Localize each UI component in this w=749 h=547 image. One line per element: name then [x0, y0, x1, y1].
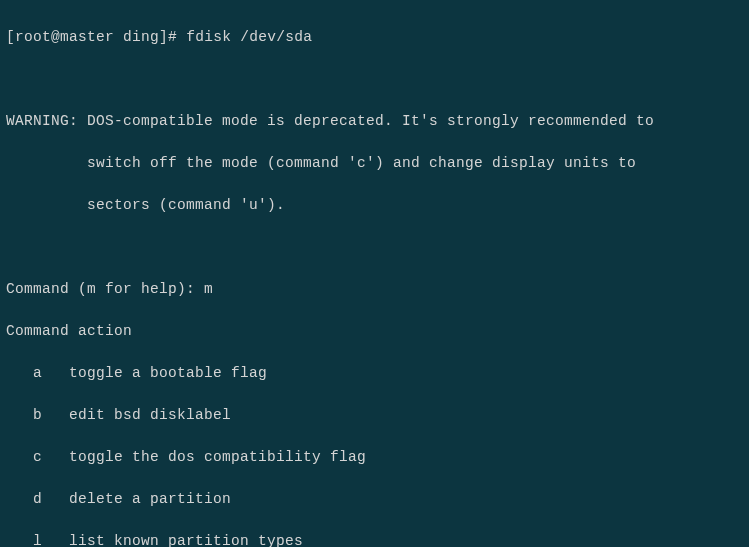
- command-action-header: Command action: [6, 321, 743, 342]
- blank-line: [6, 69, 743, 90]
- warning-text-3: sectors (command 'u').: [87, 197, 285, 213]
- warning-text-1: DOS-compatible mode is deprecated. It's …: [87, 113, 654, 129]
- bracket-close: ]: [159, 29, 168, 45]
- space: [177, 29, 186, 45]
- sep: [42, 491, 69, 507]
- command-prompt-label: Command (m for help):: [6, 281, 195, 297]
- prompt-symbol: #: [168, 29, 177, 45]
- command-prompt-input: m: [204, 281, 213, 297]
- bracket-open: [: [6, 29, 15, 45]
- indent: [6, 365, 33, 381]
- warning-text-2: switch off the mode (command 'c') and ch…: [87, 155, 636, 171]
- host: master: [60, 29, 114, 45]
- indent: [6, 491, 33, 507]
- entered-command: fdisk /dev/sda: [186, 29, 312, 45]
- action-key: a: [33, 365, 42, 381]
- action-desc: list known partition types: [69, 533, 303, 547]
- warning-line-2: switch off the mode (command 'c') and ch…: [6, 153, 743, 174]
- action-key: l: [33, 533, 42, 547]
- space: [195, 281, 204, 297]
- action-desc: toggle the dos compatibility flag: [69, 449, 366, 465]
- indent: [6, 533, 33, 547]
- cwd: ding: [123, 29, 159, 45]
- terminal-output: [root@master ding]# fdisk /dev/sda WARNI…: [6, 6, 743, 547]
- user: root: [15, 29, 51, 45]
- indent: [6, 197, 87, 213]
- action-row: l list known partition types: [6, 531, 743, 547]
- action-desc: toggle a bootable flag: [69, 365, 267, 381]
- action-desc: delete a partition: [69, 491, 231, 507]
- warning-prefix: WARNING:: [6, 113, 78, 129]
- action-row: d delete a partition: [6, 489, 743, 510]
- action-key: d: [33, 491, 42, 507]
- action-key: b: [33, 407, 42, 423]
- warning-line-3: sectors (command 'u').: [6, 195, 743, 216]
- shell-prompt-line[interactable]: [root@master ding]# fdisk /dev/sda: [6, 27, 743, 48]
- indent: [6, 449, 33, 465]
- blank-line: [6, 237, 743, 258]
- space: [78, 113, 87, 129]
- indent: [6, 155, 87, 171]
- action-row: b edit bsd disklabel: [6, 405, 743, 426]
- indent: [6, 407, 33, 423]
- action-desc: edit bsd disklabel: [69, 407, 231, 423]
- action-key: c: [33, 449, 42, 465]
- at-symbol: @: [51, 29, 60, 45]
- warning-line-1: WARNING: DOS-compatible mode is deprecat…: [6, 111, 743, 132]
- sep: [42, 407, 69, 423]
- fdisk-command-prompt[interactable]: Command (m for help): m: [6, 279, 743, 300]
- sep: [42, 365, 69, 381]
- sep: [42, 533, 69, 547]
- action-row: c toggle the dos compatibility flag: [6, 447, 743, 468]
- space: [114, 29, 123, 45]
- action-row: a toggle a bootable flag: [6, 363, 743, 384]
- sep: [42, 449, 69, 465]
